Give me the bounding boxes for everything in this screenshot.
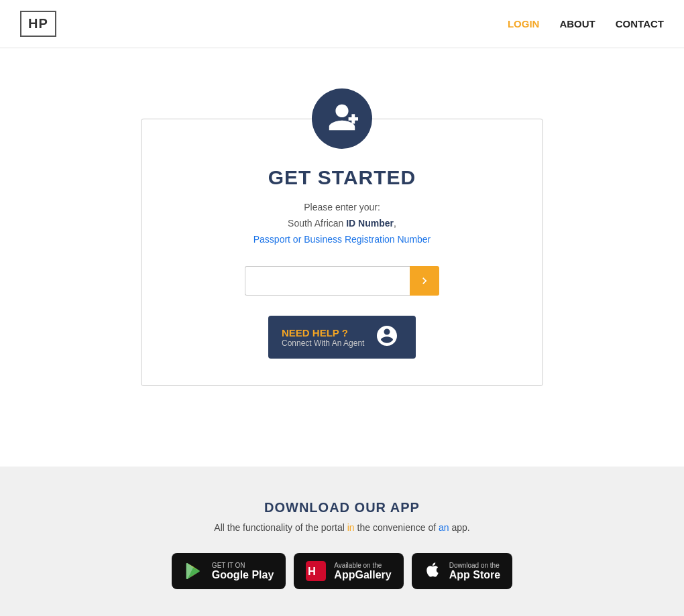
app-gallery-large-text: AppGallery [334, 569, 391, 581]
agent-icon [375, 324, 399, 351]
main-content: GET STARTED Please enter your: South Afr… [0, 48, 684, 386]
logo[interactable]: HP [20, 11, 56, 37]
nav-contact[interactable]: CONTACT [616, 18, 664, 29]
id-input-row [245, 266, 439, 296]
google-play-button[interactable]: GET IT ON Google Play [172, 553, 286, 589]
footer: DOWNLOAD OUR APP All the functionality o… [0, 467, 684, 616]
get-started-card: GET STARTED Please enter your: South Afr… [141, 119, 543, 386]
id-input[interactable] [245, 266, 410, 296]
google-play-icon [184, 561, 204, 581]
app-gallery-small-text: Available on the [334, 562, 391, 569]
avatar [312, 88, 372, 149]
go-button[interactable] [410, 266, 439, 296]
huawei-icon: H [306, 561, 326, 581]
google-play-large-text: Google Play [212, 569, 274, 581]
help-title: NEED HELP ? [282, 327, 364, 338]
user-plus-icon [326, 101, 358, 136]
app-gallery-button[interactable]: H Available on the AppGallery [294, 553, 403, 589]
help-subtitle: Connect With An Agent [282, 338, 364, 348]
app-store-button[interactable]: Download on the App Store [412, 553, 512, 589]
footer-subtitle: All the functionality of the portal in t… [214, 522, 469, 533]
google-play-small-text: GET IT ON [212, 562, 274, 569]
arrow-right-icon [418, 274, 431, 288]
app-buttons: GET IT ON Google Play H Available on the… [172, 553, 512, 589]
app-store-small-text: Download on the [449, 562, 500, 569]
page-title: GET STARTED [268, 166, 416, 189]
help-banner[interactable]: NEED HELP ? Connect With An Agent [268, 316, 416, 359]
nav: LOGIN ABOUT CONTACT [508, 18, 664, 29]
nav-login[interactable]: LOGIN [508, 18, 540, 29]
card-subtitle: Please enter your: South African ID Numb… [253, 200, 431, 247]
svg-text:H: H [308, 565, 316, 577]
app-store-large-text: App Store [449, 569, 500, 581]
footer-title: DOWNLOAD OUR APP [264, 500, 420, 515]
header: HP LOGIN ABOUT CONTACT [0, 0, 684, 48]
nav-about[interactable]: ABOUT [559, 18, 595, 29]
apple-icon [424, 561, 441, 581]
